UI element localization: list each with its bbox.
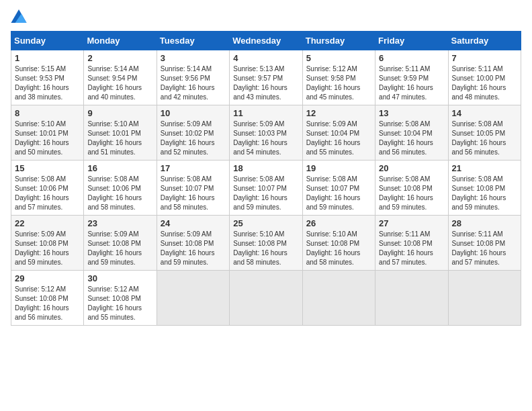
day-info: Sunrise: 5:09 AMSunset: 10:04 PMDaylight… [306, 120, 371, 157]
calendar-cell: 9Sunrise: 5:10 AMSunset: 10:01 PMDayligh… [84, 105, 157, 161]
day-info: Sunrise: 5:12 AMSunset: 10:08 PMDaylight… [15, 285, 80, 322]
calendar-cell: 22Sunrise: 5:09 AMSunset: 10:08 PMDaylig… [11, 216, 84, 271]
day-number: 16 [87, 163, 152, 173]
day-info: Sunrise: 5:12 AMSunset: 9:58 PMDaylight:… [306, 64, 371, 102]
day-info: Sunrise: 5:08 AMSunset: 10:06 PMDaylight… [15, 175, 80, 212]
day-number: 1 [15, 53, 80, 63]
day-number: 29 [15, 273, 80, 283]
day-number: 5 [306, 53, 371, 63]
day-info: Sunrise: 5:11 AMSunset: 10:08 PMDaylight… [379, 230, 444, 267]
day-info: Sunrise: 5:09 AMSunset: 10:02 PMDaylight… [161, 120, 226, 157]
calendar-week-5: 29Sunrise: 5:12 AMSunset: 10:08 PMDaylig… [11, 271, 521, 326]
day-info: Sunrise: 5:08 AMSunset: 10:05 PMDaylight… [452, 120, 517, 157]
day-info: Sunrise: 5:10 AMSunset: 10:01 PMDaylight… [87, 120, 152, 157]
calendar-header-tuesday: Tuesday [157, 32, 229, 50]
day-info: Sunrise: 5:10 AMSunset: 10:08 PMDaylight… [306, 230, 371, 267]
day-info: Sunrise: 5:08 AMSunset: 10:08 PMDaylight… [452, 175, 517, 212]
calendar-header-friday: Friday [375, 32, 448, 50]
day-number: 9 [87, 108, 152, 118]
calendar-cell: 3Sunrise: 5:14 AMSunset: 9:56 PMDaylight… [157, 50, 229, 105]
calendar-cell: 12Sunrise: 5:09 AMSunset: 10:04 PMDaylig… [302, 105, 375, 161]
calendar-cell: 23Sunrise: 5:09 AMSunset: 10:08 PMDaylig… [84, 216, 157, 271]
calendar-header-thursday: Thursday [302, 32, 375, 50]
calendar-cell: 26Sunrise: 5:10 AMSunset: 10:08 PMDaylig… [302, 216, 375, 271]
calendar-header-monday: Monday [84, 32, 157, 50]
calendar-cell: 1Sunrise: 5:15 AMSunset: 9:53 PMDaylight… [11, 50, 84, 105]
day-number: 21 [452, 163, 517, 173]
day-number: 2 [87, 53, 152, 63]
logo [11, 11, 30, 24]
calendar-cell: 25Sunrise: 5:10 AMSunset: 10:08 PMDaylig… [230, 216, 302, 271]
day-info: Sunrise: 5:08 AMSunset: 10:07 PMDaylight… [233, 175, 298, 212]
day-info: Sunrise: 5:11 AMSunset: 10:00 PMDaylight… [452, 64, 517, 102]
day-number: 17 [161, 163, 226, 173]
calendar-week-4: 22Sunrise: 5:09 AMSunset: 10:08 PMDaylig… [11, 216, 521, 271]
calendar-cell: 30Sunrise: 5:12 AMSunset: 10:08 PMDaylig… [84, 271, 157, 326]
calendar-cell: 2Sunrise: 5:14 AMSunset: 9:54 PMDaylight… [84, 50, 157, 105]
day-number: 6 [379, 53, 444, 63]
calendar-cell: 7Sunrise: 5:11 AMSunset: 10:00 PMDayligh… [448, 50, 521, 105]
calendar-cell [230, 271, 302, 326]
calendar-body: 1Sunrise: 5:15 AMSunset: 9:53 PMDaylight… [11, 50, 521, 326]
page-header [11, 11, 521, 24]
day-info: Sunrise: 5:14 AMSunset: 9:54 PMDaylight:… [87, 64, 152, 102]
calendar-cell [157, 271, 229, 326]
day-number: 20 [379, 163, 444, 173]
calendar-cell: 17Sunrise: 5:08 AMSunset: 10:07 PMDaylig… [157, 161, 229, 216]
calendar-header-wednesday: Wednesday [230, 32, 302, 50]
day-number: 15 [15, 163, 80, 173]
day-info: Sunrise: 5:09 AMSunset: 10:03 PMDaylight… [233, 120, 298, 157]
day-number: 13 [379, 108, 444, 118]
day-info: Sunrise: 5:10 AMSunset: 10:01 PMDaylight… [15, 120, 80, 157]
calendar-cell: 16Sunrise: 5:08 AMSunset: 10:06 PMDaylig… [84, 161, 157, 216]
day-number: 11 [233, 108, 298, 118]
day-info: Sunrise: 5:08 AMSunset: 10:08 PMDaylight… [379, 175, 444, 212]
day-number: 18 [233, 163, 298, 173]
day-number: 27 [379, 218, 444, 228]
day-number: 23 [87, 218, 152, 228]
calendar-cell: 6Sunrise: 5:11 AMSunset: 9:59 PMDaylight… [375, 50, 448, 105]
day-info: Sunrise: 5:09 AMSunset: 10:08 PMDaylight… [161, 230, 226, 267]
calendar-cell: 18Sunrise: 5:08 AMSunset: 10:07 PMDaylig… [230, 161, 302, 216]
day-number: 3 [161, 53, 226, 63]
calendar-cell: 24Sunrise: 5:09 AMSunset: 10:08 PMDaylig… [157, 216, 229, 271]
day-info: Sunrise: 5:09 AMSunset: 10:08 PMDaylight… [15, 230, 80, 267]
calendar-cell: 5Sunrise: 5:12 AMSunset: 9:58 PMDaylight… [302, 50, 375, 105]
day-info: Sunrise: 5:12 AMSunset: 10:08 PMDaylight… [87, 285, 152, 322]
day-number: 28 [452, 218, 517, 228]
day-info: Sunrise: 5:15 AMSunset: 9:53 PMDaylight:… [15, 64, 80, 102]
calendar-cell: 4Sunrise: 5:13 AMSunset: 9:57 PMDaylight… [230, 50, 302, 105]
day-number: 22 [15, 218, 80, 228]
calendar-cell: 19Sunrise: 5:08 AMSunset: 10:07 PMDaylig… [302, 161, 375, 216]
day-info: Sunrise: 5:09 AMSunset: 10:08 PMDaylight… [87, 230, 152, 267]
calendar-cell: 29Sunrise: 5:12 AMSunset: 10:08 PMDaylig… [11, 271, 84, 326]
day-number: 30 [87, 273, 152, 283]
day-info: Sunrise: 5:08 AMSunset: 10:04 PMDaylight… [379, 120, 444, 157]
day-number: 7 [452, 53, 517, 63]
calendar-header-saturday: Saturday [448, 32, 521, 50]
day-info: Sunrise: 5:14 AMSunset: 9:56 PMDaylight:… [161, 64, 226, 102]
calendar-week-1: 1Sunrise: 5:15 AMSunset: 9:53 PMDaylight… [11, 50, 521, 105]
calendar-table: SundayMondayTuesdayWednesdayThursdayFrid… [11, 31, 521, 326]
calendar-week-2: 8Sunrise: 5:10 AMSunset: 10:01 PMDayligh… [11, 105, 521, 161]
day-number: 10 [161, 108, 226, 118]
day-number: 14 [452, 108, 517, 118]
day-info: Sunrise: 5:11 AMSunset: 10:08 PMDaylight… [452, 230, 517, 267]
day-info: Sunrise: 5:08 AMSunset: 10:07 PMDaylight… [161, 175, 226, 212]
day-info: Sunrise: 5:11 AMSunset: 9:59 PMDaylight:… [379, 64, 444, 102]
day-info: Sunrise: 5:08 AMSunset: 10:06 PMDaylight… [87, 175, 152, 212]
calendar-cell: 11Sunrise: 5:09 AMSunset: 10:03 PMDaylig… [230, 105, 302, 161]
calendar-cell: 13Sunrise: 5:08 AMSunset: 10:04 PMDaylig… [375, 105, 448, 161]
day-info: Sunrise: 5:10 AMSunset: 10:08 PMDaylight… [233, 230, 298, 267]
day-number: 8 [15, 108, 80, 118]
day-number: 24 [161, 218, 226, 228]
calendar-cell: 14Sunrise: 5:08 AMSunset: 10:05 PMDaylig… [448, 105, 521, 161]
day-number: 25 [233, 218, 298, 228]
day-number: 26 [306, 218, 371, 228]
calendar-cell: 10Sunrise: 5:09 AMSunset: 10:02 PMDaylig… [157, 105, 229, 161]
calendar-cell [302, 271, 375, 326]
calendar-cell: 15Sunrise: 5:08 AMSunset: 10:06 PMDaylig… [11, 161, 84, 216]
calendar-cell: 27Sunrise: 5:11 AMSunset: 10:08 PMDaylig… [375, 216, 448, 271]
calendar-header-row: SundayMondayTuesdayWednesdayThursdayFrid… [11, 32, 521, 50]
calendar-cell: 28Sunrise: 5:11 AMSunset: 10:08 PMDaylig… [448, 216, 521, 271]
